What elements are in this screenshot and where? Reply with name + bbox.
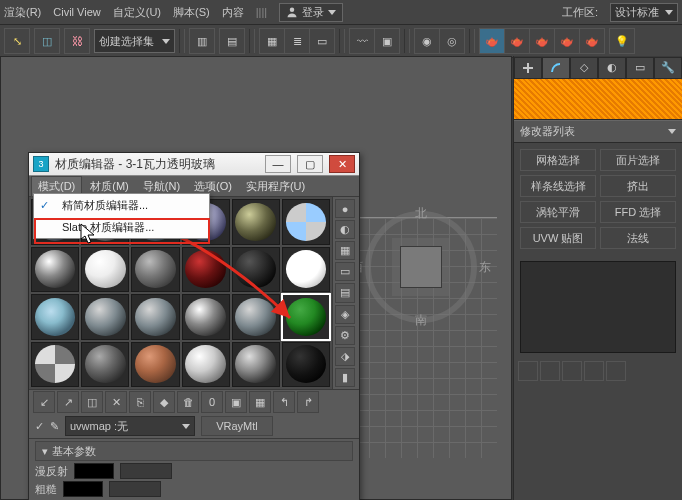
material-sample-slot[interactable] — [232, 342, 280, 388]
render-last[interactable]: 🫖 — [579, 28, 605, 54]
material-sample-slot[interactable] — [182, 294, 230, 340]
diffuse-spinner[interactable] — [120, 463, 172, 479]
tab-create[interactable] — [514, 57, 542, 78]
tab-utility[interactable]: 🔧 — [654, 57, 682, 78]
eyedropper-icon[interactable]: ✎ — [50, 420, 59, 433]
material-sample-slot[interactable] — [232, 294, 280, 340]
material-editor-button[interactable]: ◉ — [414, 28, 439, 54]
stack-unique[interactable] — [562, 361, 582, 381]
object-color-swatch[interactable] — [514, 79, 682, 120]
menu-content[interactable]: 内容 — [222, 5, 244, 20]
make-copy[interactable]: ⎘ — [129, 391, 151, 413]
material-type-button[interactable]: VRayMtl — [201, 416, 273, 436]
go-parent[interactable]: ↰ — [273, 391, 295, 413]
quick-render[interactable]: 🫖 — [529, 28, 554, 54]
sample-uv[interactable]: ▭ — [335, 262, 355, 281]
material-sample-slot[interactable] — [81, 247, 129, 293]
menu-script[interactable]: 脚本(S) — [173, 5, 210, 20]
render-region[interactable]: 🫖 — [554, 28, 579, 54]
make-unique[interactable]: ◆ — [153, 391, 175, 413]
put-to-scene[interactable]: ↗ — [57, 391, 79, 413]
select-by-mat[interactable]: ⬗ — [335, 347, 355, 366]
background[interactable]: ▦ — [335, 241, 355, 260]
login-button[interactable]: 登录 — [279, 3, 343, 22]
mirror-button[interactable]: ▥ — [189, 28, 215, 54]
go-sibling[interactable]: ↱ — [297, 391, 319, 413]
menu-customize[interactable]: 自定义(U) — [113, 5, 161, 20]
tool-rotate[interactable]: ⛓ — [64, 28, 90, 54]
dialog-titlebar[interactable]: 3 材质编辑器 - 3-1瓦力透明玻璃 — ▢ ✕ — [29, 153, 359, 176]
viewcube-north[interactable]: 北 — [415, 205, 427, 222]
material-sample-slot[interactable] — [131, 342, 179, 388]
scene-explorer[interactable]: ▭ — [309, 28, 335, 54]
material-sample-slot[interactable] — [182, 342, 230, 388]
rollout-header[interactable]: ▾基本参数 — [35, 441, 353, 461]
material-sample-slot[interactable] — [282, 199, 330, 245]
video-check[interactable]: ▤ — [335, 283, 355, 302]
rough-spinner[interactable] — [109, 481, 161, 497]
map-channel-dropdown[interactable]: uvwmap :无 — [65, 416, 195, 436]
minimize-button[interactable]: — — [265, 155, 291, 173]
make-preview[interactable]: ◈ — [335, 305, 355, 324]
backlight[interactable]: ◐ — [335, 220, 355, 239]
mat-id-channel[interactable]: 0 — [201, 391, 223, 413]
put-to-lib[interactable]: 🗑 — [177, 391, 199, 413]
material-id[interactable]: ▮ — [335, 368, 355, 387]
rough-swatch[interactable] — [63, 481, 103, 497]
render-setup[interactable]: 🫖 — [479, 28, 504, 54]
material-sample-slot[interactable] — [31, 342, 79, 388]
material-sample-slot[interactable] — [282, 294, 330, 340]
menu-render[interactable]: 渲染(R) — [4, 5, 41, 20]
align-button[interactable]: ▤ — [219, 28, 245, 54]
tab-hierarchy[interactable]: ◇ — [570, 57, 598, 78]
btn-ffd-select[interactable]: FFD 选择 — [600, 201, 676, 223]
material-sample-slot[interactable] — [31, 294, 79, 340]
material-browser-button[interactable]: ◎ — [439, 28, 465, 54]
stack-config[interactable] — [606, 361, 626, 381]
menu-item-compact-editor[interactable]: ✓ 精简材质编辑器... — [34, 194, 209, 216]
modifier-list-header[interactable]: 修改器列表 — [514, 120, 682, 143]
viewcube[interactable]: 北 南 东 西 — [361, 207, 481, 327]
pick-material-icon[interactable]: ✓ — [35, 420, 44, 433]
assign-to-sel[interactable]: ◫ — [81, 391, 103, 413]
get-material[interactable]: ↙ — [33, 391, 55, 413]
tool-move[interactable]: ⤡ — [4, 28, 30, 54]
render-frame[interactable]: 🫖 — [504, 28, 529, 54]
material-sample-slot[interactable] — [81, 294, 129, 340]
schematic-view[interactable]: ▣ — [374, 28, 400, 54]
hint-bulb[interactable]: 💡 — [609, 28, 635, 54]
material-sample-slot[interactable] — [131, 247, 179, 293]
reset-map[interactable]: ✕ — [105, 391, 127, 413]
stack-show[interactable] — [540, 361, 560, 381]
btn-mesh-select[interactable]: 网格选择 — [520, 149, 596, 171]
show-in-vp[interactable]: ▣ — [225, 391, 247, 413]
menu-item-slate-editor[interactable]: Slate 材质编辑器... — [34, 216, 209, 238]
btn-normal[interactable]: 法线 — [600, 227, 676, 249]
menu-civil-view[interactable]: Civil View — [53, 6, 100, 18]
curve-editor[interactable]: 〰 — [349, 28, 374, 54]
material-sample-slot[interactable] — [282, 342, 330, 388]
tool-scale[interactable]: ◫ — [34, 28, 60, 54]
btn-turbosmooth[interactable]: 涡轮平滑 — [520, 201, 596, 223]
close-button[interactable]: ✕ — [329, 155, 355, 173]
workspace-selector[interactable]: 设计标准 — [610, 3, 678, 22]
material-sample-slot[interactable] — [232, 199, 280, 245]
layer-explorer[interactable]: ≣ — [284, 28, 309, 54]
btn-uvw-map[interactable]: UVW 贴图 — [520, 227, 596, 249]
material-sample-slot[interactable] — [182, 247, 230, 293]
menu-utilities[interactable]: 实用程序(U) — [240, 177, 311, 196]
material-sample-slot[interactable] — [282, 247, 330, 293]
material-sample-slot[interactable] — [81, 342, 129, 388]
btn-spline-select[interactable]: 样条线选择 — [520, 175, 596, 197]
diffuse-swatch[interactable] — [74, 463, 114, 479]
btn-extrude[interactable]: 挤出 — [600, 175, 676, 197]
modifier-stack[interactable] — [520, 261, 676, 353]
selection-set-dropdown[interactable]: 创建选择集 — [94, 29, 175, 53]
material-sample-slot[interactable] — [31, 247, 79, 293]
stack-pin[interactable] — [518, 361, 538, 381]
stack-remove[interactable] — [584, 361, 604, 381]
viewcube-south[interactable]: 南 — [415, 312, 427, 329]
show-end[interactable]: ▦ — [249, 391, 271, 413]
tab-modify[interactable] — [542, 57, 570, 78]
btn-patch-select[interactable]: 面片选择 — [600, 149, 676, 171]
